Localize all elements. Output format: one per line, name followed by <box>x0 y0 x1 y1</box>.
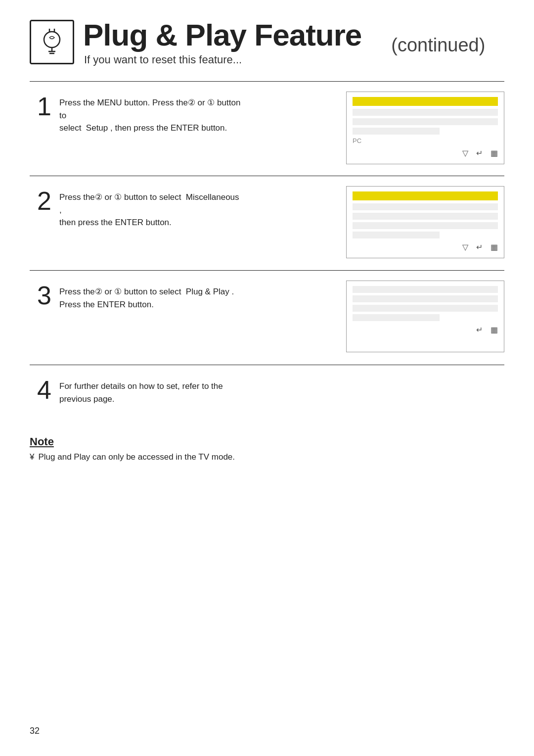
menu-line-3a <box>353 286 498 293</box>
menu-line-3c <box>353 305 498 312</box>
step-divider-1 <box>30 81 504 82</box>
menu-line-1b <box>353 118 498 125</box>
menu-line-2d <box>353 232 440 238</box>
enter-icon-2: ↵ <box>476 242 483 252</box>
step-4-right <box>242 370 504 380</box>
menu-line-2c <box>353 222 498 229</box>
note-text-1: Plug and Play can only be accessed in th… <box>38 452 235 462</box>
step-2-number: 2 <box>30 187 51 214</box>
step-2-left: 2 Press the② or ① button to select Misce… <box>30 181 242 234</box>
step-3-screen: ↵ ▦ <box>242 276 504 357</box>
step-2-screen: ▽ ↵ ▦ <box>242 181 504 263</box>
menu-highlight-1 <box>353 97 498 106</box>
step-row-1: 1 Press the MENU button. Press the② or ①… <box>30 87 504 176</box>
menu-icon-3: ▦ <box>490 325 498 334</box>
note-bullet-1: ¥ <box>30 452 34 462</box>
step-1-screen: PC ▽ ↵ ▦ <box>242 87 504 169</box>
step-divider-4 <box>30 365 504 365</box>
note-item-1: ¥ Plug and Play can only be accessed in … <box>30 452 504 462</box>
menu-box-3: ↵ ▦ <box>346 281 504 352</box>
step-row-2: 2 Press the② or ① button to select Misce… <box>30 181 504 270</box>
menu-line-2b <box>353 213 498 220</box>
menu-icons-row-2: ▽ ↵ ▦ <box>353 242 498 252</box>
menu-line-1c <box>353 128 440 135</box>
enter-icon-3: ↵ <box>476 325 483 334</box>
menu-icon-1: ▦ <box>490 148 498 158</box>
menu-box-2: ▽ ↵ ▦ <box>346 186 504 258</box>
step-3-text: Press the② or ① button to select Plug & … <box>59 282 234 311</box>
page-title: Plug & Play Feature <box>83 20 361 50</box>
menu-highlight-2 <box>353 191 498 200</box>
menu-line-1a <box>353 109 498 116</box>
menu-pc-label: PC <box>353 137 498 144</box>
step-1-text: Press the MENU button. Press the② or ① b… <box>59 93 242 135</box>
step-row-3: 3 Press the② or ① button to select Plug … <box>30 276 504 365</box>
step-3-number: 3 <box>30 282 51 308</box>
enter-icon-1: ↵ <box>476 148 483 158</box>
header-title-group: Plug & Play Feature If you want to reset… <box>83 20 361 66</box>
menu-line-3d <box>353 314 440 321</box>
page-header: Plug & Play Feature If you want to reset… <box>30 20 504 66</box>
step-1-number: 1 <box>30 93 51 119</box>
down-arrow-icon-2: ▽ <box>462 242 468 252</box>
svg-point-0 <box>44 32 60 47</box>
step-4-left: 4 For further details on how to set, ref… <box>30 370 242 410</box>
step-2-text: Press the② or ① button to select Miscell… <box>59 187 242 229</box>
steps-container: 1 Press the MENU button. Press the② or ①… <box>30 81 504 420</box>
step-4-number: 4 <box>30 376 51 403</box>
menu-icons-row-3: ↵ ▦ <box>353 325 498 334</box>
menu-line-2a <box>353 203 498 210</box>
menu-box-1: PC ▽ ↵ ▦ <box>346 92 504 164</box>
note-title: Note <box>30 435 504 448</box>
down-arrow-icon-1: ▽ <box>462 148 468 158</box>
step-1-left: 1 Press the MENU button. Press the② or ①… <box>30 87 242 140</box>
step-4-text: For further details on how to set, refer… <box>59 376 223 405</box>
step-divider-2 <box>30 176 504 176</box>
continued-label: (continued) <box>391 31 485 56</box>
plug-play-icon <box>30 20 74 64</box>
menu-icon-2: ▦ <box>490 242 498 252</box>
step-3-left: 3 Press the② or ① button to select Plug … <box>30 276 242 316</box>
page-number: 32 <box>30 726 40 736</box>
menu-icons-row-1: ▽ ↵ ▦ <box>353 148 498 158</box>
menu-line-3b <box>353 295 498 302</box>
note-section: Note ¥ Plug and Play can only be accesse… <box>30 435 504 462</box>
step-divider-3 <box>30 270 504 271</box>
icon-svg <box>37 27 67 57</box>
step-row-4: 4 For further details on how to set, ref… <box>30 370 504 420</box>
page-subtitle: If you want to reset this feature... <box>84 53 361 66</box>
